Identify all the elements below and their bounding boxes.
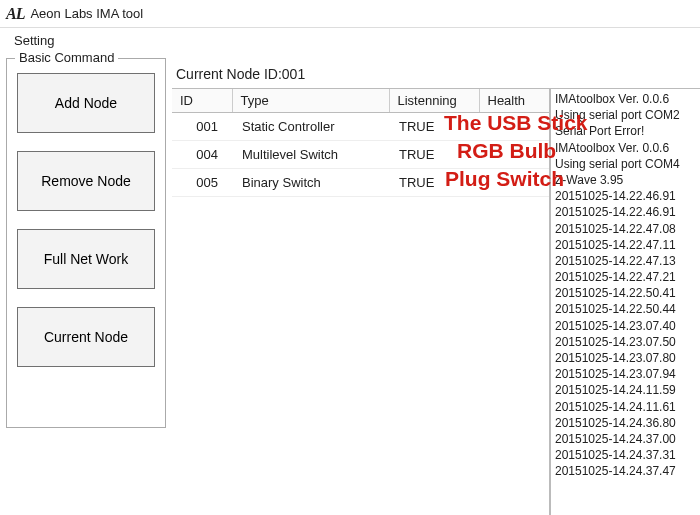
app-title: Aeon Labs IMA tool xyxy=(30,6,143,21)
log-line: Using serial port COM2 xyxy=(555,107,700,123)
cell-id: 005 xyxy=(172,169,232,197)
cell-listening: TRUE xyxy=(389,141,479,169)
log-line: 20151025-14.22.46.91 xyxy=(555,204,700,220)
full-net-work-button[interactable]: Full Net Work xyxy=(17,229,155,289)
current-node-button[interactable]: Current Node xyxy=(17,307,155,367)
log-line: 20151025-14.22.47.21 xyxy=(555,269,700,285)
log-line: 20151025-14.22.47.11 xyxy=(555,237,700,253)
cell-health xyxy=(479,113,549,141)
log-line: 20151025-14.23.07.50 xyxy=(555,334,700,350)
log-line: 20151025-14.23.07.40 xyxy=(555,318,700,334)
col-listening[interactable]: Listenning xyxy=(389,89,479,113)
add-node-button[interactable]: Add Node xyxy=(17,73,155,133)
col-type[interactable]: Type xyxy=(232,89,389,113)
cell-id: 004 xyxy=(172,141,232,169)
col-health[interactable]: Health xyxy=(479,89,549,113)
table-row[interactable]: 005 Binary Switch TRUE xyxy=(172,169,549,197)
log-line: Using serial port COM4 xyxy=(555,156,700,172)
log-line: 20151025-14.24.37.47 xyxy=(555,463,700,479)
log-line: Z-Wave 3.95 xyxy=(555,172,700,188)
group-legend: Basic Command xyxy=(15,50,118,65)
menubar: Setting xyxy=(0,28,700,52)
log-panel[interactable]: IMAtoolbox Ver. 0.0.6 Using serial port … xyxy=(550,89,700,515)
cell-type: Static Controller xyxy=(232,113,389,141)
log-line: 20151025-14.24.36.80 xyxy=(555,415,700,431)
cell-id: 001 xyxy=(172,113,232,141)
log-line: 20151025-14.23.07.94 xyxy=(555,366,700,382)
log-line: IMAtoolbox Ver. 0.0.6 xyxy=(555,91,700,107)
table-row[interactable]: 001 Static Controller TRUE xyxy=(172,113,549,141)
log-line: 20151025-14.22.50.44 xyxy=(555,301,700,317)
table-row[interactable]: 004 Multilevel Switch TRUE xyxy=(172,141,549,169)
log-line: 20151025-14.22.47.13 xyxy=(555,253,700,269)
log-line: Serial Port Error! xyxy=(555,123,700,139)
col-id[interactable]: ID xyxy=(172,89,232,113)
log-line: 20151025-14.24.37.31 xyxy=(555,447,700,463)
content-area: Basic Command Add Node Remove Node Full … xyxy=(0,52,700,515)
cell-health xyxy=(479,141,549,169)
titlebar: AL Aeon Labs IMA tool xyxy=(0,0,700,28)
log-line: 20151025-14.24.37.00 xyxy=(555,431,700,447)
node-table[interactable]: ID Type Listenning Health 001 Static Con… xyxy=(172,89,549,197)
log-line: 20151025-14.23.07.80 xyxy=(555,350,700,366)
menu-setting[interactable]: Setting xyxy=(6,31,62,50)
row2: ID Type Listenning Health 001 Static Con… xyxy=(172,88,700,515)
cell-type: Multilevel Switch xyxy=(232,141,389,169)
log-line: 20151025-14.22.46.91 xyxy=(555,188,700,204)
current-node-label: Current Node ID:001 xyxy=(176,66,700,82)
log-line: IMAtoolbox Ver. 0.0.6 xyxy=(555,140,700,156)
log-line: 20151025-14.22.50.41 xyxy=(555,285,700,301)
cell-type: Binary Switch xyxy=(232,169,389,197)
remove-node-button[interactable]: Remove Node xyxy=(17,151,155,211)
cell-listening: TRUE xyxy=(389,113,479,141)
log-line: 20151025-14.22.47.08 xyxy=(555,221,700,237)
cell-health xyxy=(479,169,549,197)
basic-command-group: Basic Command Add Node Remove Node Full … xyxy=(6,58,166,428)
app-logo: AL xyxy=(6,5,24,23)
node-table-wrap: ID Type Listenning Health 001 Static Con… xyxy=(172,89,550,515)
cell-listening: TRUE xyxy=(389,169,479,197)
log-line: 20151025-14.24.11.61 xyxy=(555,399,700,415)
right-pane: Current Node ID:001 ID Type Listenning H… xyxy=(172,52,700,515)
log-line: 20151025-14.24.11.59 xyxy=(555,382,700,398)
